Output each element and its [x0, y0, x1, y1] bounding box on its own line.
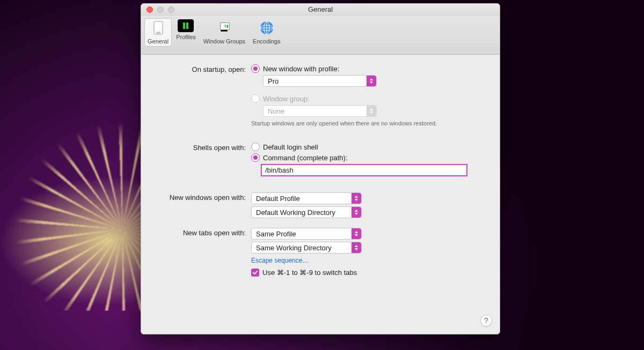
radio-startup-profile[interactable] [251, 64, 260, 73]
chevron-updown-icon [367, 76, 376, 86]
chevron-updown-icon [352, 193, 361, 204]
startup-profile-popup[interactable]: Pro [263, 75, 377, 87]
radio-shell-default-label: Default login shell [263, 143, 318, 151]
chevron-updown-icon [352, 228, 361, 239]
switch-tabs-label: Use ⌘-1 to ⌘-9 to switch tabs [262, 269, 357, 277]
tab-general-label: General [148, 38, 169, 44]
tab-general[interactable]: General [144, 18, 172, 47]
general-icon [150, 19, 167, 36]
encodings-icon [258, 19, 275, 36]
close-button[interactable] [147, 6, 153, 13]
radio-shell-default[interactable] [251, 143, 260, 151]
chevron-updown-icon [367, 106, 376, 116]
new-windows-label: New windows open with: [157, 192, 251, 202]
new-windows-dir-value: Default Working Directory [256, 208, 335, 217]
window-groups-icon: $▮ [216, 19, 233, 36]
minimize-button[interactable] [157, 6, 164, 13]
shells-label: Shells open with: [157, 143, 251, 152]
startup-group-value: None [268, 107, 284, 115]
shell-command-value: /bin/bash [265, 166, 294, 174]
new-windows-profile-value: Default Profile [256, 195, 300, 203]
help-icon: ? [484, 316, 488, 325]
new-tabs-dir-value: Same Working Directory [256, 244, 332, 252]
toolbar: General Profiles $▮ Window Groups [141, 16, 500, 55]
new-windows-dir-popup[interactable]: Default Working Directory [251, 206, 362, 218]
radio-startup-group-label: Window group: [263, 95, 310, 103]
radio-shell-command[interactable] [251, 153, 260, 162]
tab-profiles[interactable]: Profiles [173, 18, 199, 42]
tab-window-groups-label: Window Groups [203, 38, 245, 44]
radio-startup-profile-label: New window with profile: [263, 65, 339, 73]
tab-encodings-label: Encodings [253, 38, 280, 44]
startup-hint: Startup windows are only opened when the… [251, 120, 484, 126]
profiles-icon [178, 19, 194, 32]
titlebar: General [141, 4, 500, 16]
switch-tabs-checkbox[interactable] [251, 269, 259, 277]
chevron-updown-icon [352, 242, 361, 253]
new-tabs-profile-popup[interactable]: Same Profile [251, 228, 362, 240]
new-tabs-profile-value: Same Profile [256, 230, 296, 238]
window-controls [141, 6, 174, 13]
radio-shell-command-label: Command (complete path): [263, 154, 348, 162]
new-tabs-label: New tabs open with: [157, 228, 251, 237]
new-windows-profile-popup[interactable]: Default Profile [251, 192, 362, 204]
zoom-button[interactable] [168, 6, 174, 13]
startup-profile-value: Pro [268, 77, 279, 85]
shell-command-field[interactable]: /bin/bash [261, 164, 467, 176]
tab-window-groups[interactable]: $▮ Window Groups [200, 18, 248, 47]
svg-rect-1 [157, 32, 160, 33]
tab-profiles-label: Profiles [176, 34, 196, 40]
new-tabs-dir-popup[interactable]: Same Working Directory [251, 242, 362, 254]
tab-encodings[interactable]: Encodings [250, 18, 283, 47]
content-pane: On startup, open: New window with profil… [141, 55, 500, 334]
chevron-updown-icon [352, 207, 361, 218]
startup-label: On startup, open: [157, 64, 251, 73]
radio-startup-group[interactable] [251, 94, 260, 103]
window-title: General [141, 5, 500, 13]
preferences-window: General General Profiles $▮ Window Group… [141, 3, 500, 334]
escape-sequence-link[interactable]: Escape sequence… [251, 257, 309, 264]
startup-group-popup: None [263, 105, 377, 117]
help-button[interactable]: ? [480, 315, 492, 326]
